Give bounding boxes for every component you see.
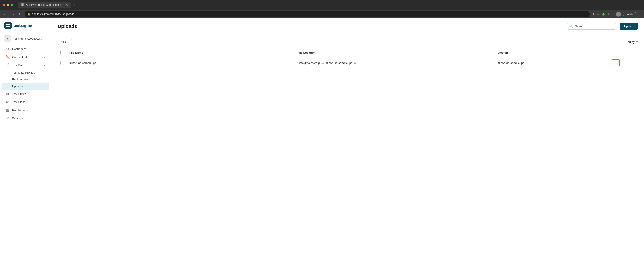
row-location-cell: testsigma-storage:/.../bitbar-ios-sample… — [295, 57, 495, 69]
all-filter-tab[interactable]: All (1) — [58, 39, 72, 45]
uploads-label: Uploads — [12, 85, 23, 88]
sidebar-item-run-results[interactable]: ▦ Run Results — [2, 106, 50, 114]
row-filename-cell: bitbar-ios-sample.ipa — [67, 57, 295, 69]
create-tests-chevron-icon: ▼ — [44, 56, 46, 58]
workspace-label: Testsigma Advanced... — [13, 37, 42, 40]
sidebar-item-uploads[interactable]: Uploads — [2, 83, 50, 90]
table-row: bitbar-ios-sample.ipa testsigma-storage:… — [58, 57, 638, 69]
header-checkbox-col — [58, 48, 67, 57]
minimize-window-button[interactable] — [7, 3, 10, 6]
workspace-selector[interactable]: ⊞ Testsigma Advanced... — [2, 33, 50, 43]
search-input[interactable] — [575, 24, 613, 28]
dashboard-icon: ⊙ — [5, 47, 10, 51]
workspace-icon: ⊞ — [4, 35, 11, 41]
row-checkbox[interactable] — [60, 61, 64, 65]
user-avatar[interactable]: U — [616, 12, 621, 16]
sidebar-item-test-data-profiles[interactable]: Test Data Profiles — [2, 69, 50, 76]
browser-actions: ⋮ — [638, 3, 641, 7]
forward-button[interactable]: → — [10, 12, 16, 16]
bookmark-icon[interactable]: ☆ — [596, 12, 600, 16]
uploads-table: File Name File Location Version — [58, 48, 638, 69]
share-icon[interactable]: ⬆ — [592, 12, 595, 16]
test-suites-label: Test Suites — [12, 92, 46, 96]
test-suites-icon: ⊞ — [5, 92, 10, 96]
test-plans-icon: ◎ — [5, 100, 10, 104]
header-version: Version — [495, 48, 609, 57]
traffic-lights — [3, 3, 14, 6]
sidebar-item-settings[interactable]: ⚙ Settings — [2, 114, 50, 122]
search-icon: 🔍 — [570, 24, 573, 28]
sort-by-button[interactable]: Sort by ▾ — [626, 40, 638, 43]
sidebar-item-environments[interactable]: Environments — [2, 76, 50, 83]
more-browser-options-icon[interactable]: ⋮ — [638, 12, 641, 16]
active-tab[interactable]: T AI Powered Test Automation P... ✕ — [18, 2, 71, 8]
row-more-options-button[interactable]: ⋮ — [612, 59, 620, 66]
copy-location-icon[interactable]: ⧉ — [354, 61, 356, 65]
tab-title: AI Powered Test Automation P... — [26, 3, 64, 6]
svg-rect-1 — [8, 24, 10, 25]
tab-bar: T AI Powered Test Automation P... ✕ + — [18, 2, 636, 8]
row-version: bitbar-ios-sample.ipa — [498, 61, 524, 65]
create-tests-icon: ✏️ — [5, 55, 10, 59]
test-plans-label: Test Plans — [12, 100, 46, 104]
logo-icon — [4, 22, 12, 29]
tab-favicon: T — [21, 3, 24, 6]
sidebar-logo: testsigma — [0, 22, 51, 33]
settings-icon: ⚙ — [5, 116, 10, 120]
download-icon[interactable]: ⬇ — [607, 12, 610, 16]
header-filename: File Name — [67, 48, 295, 57]
sidebar-item-create-tests[interactable]: ✏️ Create Tests ▼ — [2, 53, 50, 61]
search-box[interactable]: 🔍 — [567, 23, 616, 29]
page-title: Uploads — [58, 23, 563, 29]
browser-toolbar: ⬆ ☆ 🧩 ⬇ ▭ U Update ⋮ — [592, 12, 641, 16]
more-options-icon: ⋮ — [638, 3, 641, 7]
test-data-profiles-label: Test Data Profiles — [12, 71, 35, 74]
dashboard-label: Dashboard — [12, 47, 46, 51]
address-bar[interactable]: 🔒 app.testsigma.com/ui/td/34/uploads — [25, 11, 590, 17]
app-layout: testsigma ⊞ Testsigma Advanced... ⊙ Dash… — [0, 18, 644, 274]
header-location: File Location — [295, 48, 495, 57]
logo-text: testsigma — [14, 23, 32, 28]
sort-by-chevron-icon: ▾ — [636, 40, 638, 43]
split-view-icon[interactable]: ▭ — [611, 12, 614, 16]
sidebar: testsigma ⊞ Testsigma Advanced... ⊙ Dash… — [0, 18, 52, 274]
page-header: Uploads 🔍 Upload — [52, 18, 644, 34]
row-checkbox-cell — [58, 57, 67, 69]
svg-rect-2 — [6, 26, 8, 27]
run-results-icon: ▦ — [5, 108, 10, 112]
content-area: All (1) Sort by ▾ — [52, 34, 644, 274]
row-filename: bitbar-ios-sample.ipa — [69, 61, 96, 65]
update-button[interactable]: Update — [623, 12, 636, 16]
row-location: testsigma-storage:/.../bitbar-ios-sample… — [298, 61, 352, 65]
sidebar-item-test-data[interactable]: 📄 Test Data ▲ — [2, 61, 50, 69]
header-actions — [609, 48, 638, 57]
sidebar-item-test-suites[interactable]: ⊞ Test Suites — [2, 90, 50, 98]
sort-by-label: Sort by — [626, 40, 635, 43]
row-actions-cell: ⋮ — [609, 57, 638, 69]
svg-rect-0 — [6, 24, 8, 25]
run-results-label: Run Results — [12, 108, 46, 112]
test-data-chevron-icon: ▲ — [44, 64, 46, 66]
url-text: app.testsigma.com/ui/td/34/uploads — [32, 12, 74, 16]
row-version-cell: bitbar-ios-sample.ipa — [495, 57, 609, 69]
maximize-window-button[interactable] — [11, 3, 14, 6]
create-tests-label: Create Tests — [12, 55, 41, 59]
table-header-row: File Name File Location Version — [58, 48, 638, 57]
address-bar-row: ← → ↻ 🔒 app.testsigma.com/ui/td/34/uploa… — [0, 10, 644, 18]
reload-button[interactable]: ↻ — [18, 12, 22, 17]
test-data-icon: 📄 — [5, 63, 10, 67]
new-tab-button[interactable]: + — [72, 3, 77, 7]
lock-icon: 🔒 — [28, 13, 31, 16]
tab-close-button[interactable]: ✕ — [66, 3, 68, 6]
main-content: Uploads 🔍 Upload All (1) Sort by ▾ — [52, 18, 644, 274]
sidebar-item-test-plans[interactable]: ◎ Test Plans — [2, 98, 50, 106]
extensions-icon[interactable]: 🧩 — [601, 12, 605, 16]
select-all-checkbox[interactable] — [60, 51, 64, 54]
upload-button[interactable]: Upload — [620, 23, 638, 30]
close-window-button[interactable] — [3, 3, 5, 6]
test-data-label: Test Data — [12, 63, 41, 67]
sidebar-item-dashboard[interactable]: ⊙ Dashboard — [2, 45, 50, 53]
back-button[interactable]: ← — [3, 12, 8, 16]
environments-label: Environments — [12, 78, 30, 81]
filter-row: All (1) Sort by ▾ — [58, 39, 638, 45]
